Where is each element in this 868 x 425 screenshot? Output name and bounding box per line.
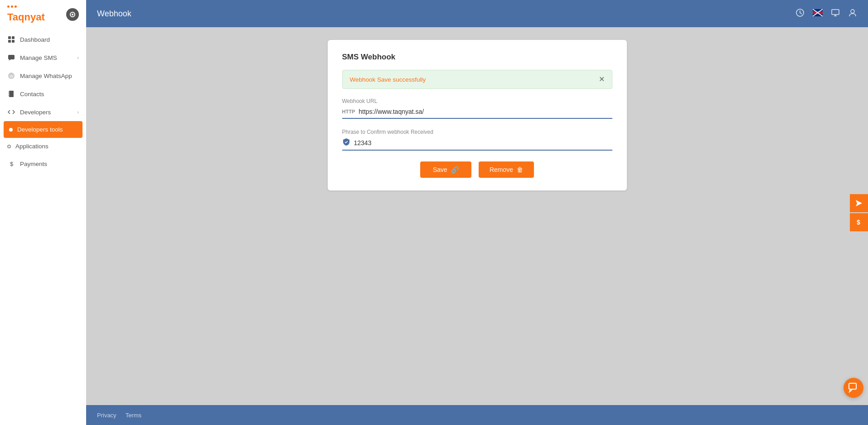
- sidebar-nav: Dashboard Manage SMS › W Manage WhatsApp: [0, 27, 86, 425]
- whatsapp-icon: W: [7, 72, 15, 80]
- chevron-down-icon: ›: [77, 109, 79, 115]
- svg-rect-6: [8, 55, 15, 59]
- logo-area: Taqnyat: [0, 0, 86, 27]
- sidebar-item-developers[interactable]: Developers ›: [0, 103, 86, 121]
- footer: Privacy Terms: [86, 405, 868, 425]
- active-dot-icon: [9, 128, 13, 132]
- code-icon: [7, 108, 15, 116]
- alert-close-button[interactable]: ✕: [599, 76, 605, 83]
- logo-name-row: Taqnyat: [7, 5, 45, 23]
- phrase-input[interactable]: [354, 138, 612, 147]
- main-content: Webhook: [86, 0, 868, 425]
- sidebar-item-contacts[interactable]: Contacts: [0, 85, 86, 103]
- svg-point-1: [72, 14, 73, 15]
- page-title: Webhook: [97, 9, 131, 19]
- sidebar-label-dashboard: Dashboard: [20, 36, 79, 43]
- svg-text:W: W: [10, 74, 14, 78]
- dollar-icon: $: [7, 160, 15, 168]
- phrase-input-row: [342, 138, 612, 151]
- svg-rect-2: [8, 36, 11, 39]
- svg-rect-3: [12, 36, 15, 39]
- svg-rect-21: [832, 10, 839, 15]
- sidebar-label-contacts: Contacts: [20, 91, 79, 98]
- trash-icon: 🗑: [517, 166, 523, 173]
- alert-message: Webhook Save successfully: [350, 76, 426, 83]
- svg-rect-13: [8, 95, 10, 96]
- chat-bubble-button[interactable]: [844, 378, 863, 398]
- logo-dot-3: [15, 5, 17, 8]
- svg-rect-12: [8, 93, 10, 94]
- webhook-card: SMS Webhook Webhook Save successfully ✕ …: [328, 40, 627, 191]
- sidebar-label-manage-sms: Manage SMS: [20, 54, 73, 61]
- book-icon: [7, 90, 15, 98]
- sidebar-item-dashboard[interactable]: Dashboard: [0, 30, 86, 49]
- float-right-panel: $: [850, 194, 868, 231]
- remove-button[interactable]: Remove 🗑: [479, 161, 534, 178]
- save-button[interactable]: Save 🔗: [420, 161, 471, 178]
- content-area: SMS Webhook Webhook Save successfully ✕ …: [86, 27, 868, 405]
- message-icon: [7, 54, 15, 62]
- logo-dot-1: [7, 5, 10, 8]
- clock-icon[interactable]: [795, 8, 805, 20]
- logo-top: Taqnyat: [7, 5, 79, 23]
- user-icon[interactable]: [848, 8, 857, 20]
- top-bar: Webhook: [86, 0, 868, 27]
- card-title: SMS Webhook: [342, 53, 612, 62]
- sidebar-label-manage-whatsapp: Manage WhatsApp: [20, 73, 79, 79]
- webhook-url-group: Webhook URL HTTP: [342, 98, 612, 119]
- sidebar-label-developers-tools: Developers tools: [17, 126, 77, 133]
- dot-icon-applications: [7, 145, 11, 148]
- record-icon[interactable]: [66, 8, 79, 21]
- svg-rect-27: [849, 383, 856, 389]
- phrase-label: Phrase to Confirm webhook Received: [342, 129, 612, 135]
- chevron-right-icon: ›: [77, 55, 79, 60]
- grid-icon: [7, 35, 15, 44]
- success-alert: Webhook Save successfully ✕: [342, 70, 612, 89]
- svg-rect-11: [8, 92, 10, 93]
- terms-link[interactable]: Terms: [126, 412, 141, 419]
- logo-dots: [7, 5, 17, 8]
- svg-marker-7: [9, 59, 11, 61]
- sidebar-item-manage-sms[interactable]: Manage SMS ›: [0, 49, 86, 67]
- shield-check-icon: [342, 138, 350, 148]
- send-float-button[interactable]: [850, 194, 868, 212]
- sidebar-item-applications[interactable]: Applications: [0, 138, 86, 155]
- monitor-icon[interactable]: [831, 8, 840, 20]
- svg-text:$: $: [857, 219, 860, 226]
- logo-text: Taqnyat: [7, 11, 45, 23]
- link-icon: 🔗: [451, 166, 459, 173]
- top-bar-icons: [795, 8, 857, 20]
- phrase-group: Phrase to Confirm webhook Received: [342, 129, 612, 151]
- privacy-link[interactable]: Privacy: [97, 412, 116, 419]
- logo-dot-2: [11, 5, 13, 8]
- sidebar-label-developers: Developers: [20, 109, 73, 116]
- http-prefix: HTTP: [342, 109, 355, 114]
- sidebar-label-applications: Applications: [15, 143, 79, 150]
- svg-marker-25: [856, 200, 862, 206]
- dollar-float-button[interactable]: $: [850, 213, 868, 231]
- sidebar-label-payments: Payments: [20, 161, 79, 167]
- svg-rect-5: [12, 40, 15, 43]
- svg-point-24: [851, 10, 854, 13]
- svg-rect-10: [9, 91, 14, 97]
- webhook-url-label: Webhook URL: [342, 98, 612, 104]
- remove-label: Remove: [490, 166, 513, 173]
- flag-icon[interactable]: [813, 9, 823, 19]
- sidebar-item-payments[interactable]: $ Payments: [0, 155, 86, 173]
- button-row: Save 🔗 Remove 🗑: [342, 161, 612, 178]
- svg-rect-4: [8, 40, 11, 43]
- sidebar-item-developers-tools[interactable]: Developers tools: [4, 121, 82, 138]
- save-label: Save: [433, 166, 447, 173]
- svg-text:$: $: [10, 161, 14, 167]
- sidebar: Taqnyat Dashboard: [0, 0, 86, 425]
- webhook-url-input-row: HTTP: [342, 107, 612, 119]
- webhook-url-input[interactable]: [359, 107, 612, 116]
- sidebar-item-manage-whatsapp[interactable]: W Manage WhatsApp: [0, 67, 86, 85]
